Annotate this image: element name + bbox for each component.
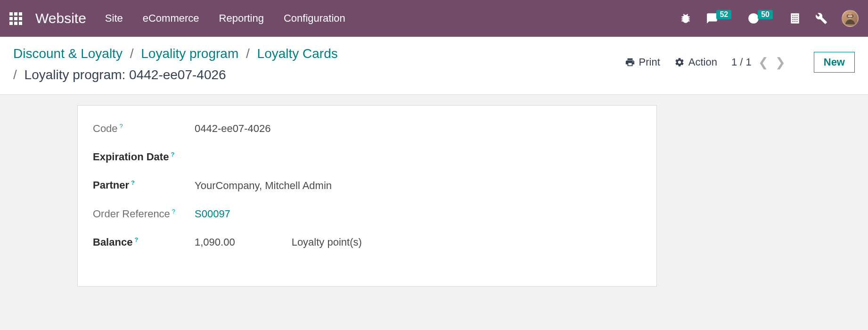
field-unit-balance: Loyalty point(s) [292,236,362,248]
nav-menu: Site eCommerce Reporting Configuration [105,12,345,25]
print-button[interactable]: Print [625,56,660,68]
company-icon[interactable] [789,12,801,25]
field-label-order-ref: Order Reference? [93,208,195,220]
gear-icon [674,57,685,67]
field-label-balance: Balance? [93,236,195,248]
user-avatar[interactable] [842,10,859,27]
navbar: Website Site eCommerce Reporting Configu… [0,0,868,37]
help-icon[interactable]: ? [172,208,175,215]
app-brand[interactable]: Website [35,10,86,26]
pager-text[interactable]: 1 / 1 [731,56,752,68]
form-sheet: Code? 0442-ee07-4026 Expiration Date? Pa… [77,105,657,287]
nav-menu-ecommerce[interactable]: eCommerce [143,12,199,25]
nav-menu-configuration[interactable]: Configuration [284,12,345,25]
nav-icons: 52 50 [680,10,859,27]
breadcrumb-sep: / [13,67,17,82]
field-row-partner: Partner? YourCompany, Mitchell Admin [93,179,641,191]
activities-badge: 50 [758,10,773,19]
field-row-code: Code? 0442-ee07-4026 [93,123,641,135]
breadcrumb-item-1[interactable]: Loyality program [141,46,238,61]
tools-icon[interactable] [815,12,827,25]
pager: 1 / 1 ❮ ❯ [731,55,786,70]
breadcrumb: Discount & Loyalty / Loyality program / … [13,43,338,86]
activities-icon[interactable]: 50 [747,12,775,25]
help-icon[interactable]: ? [134,236,138,243]
help-icon[interactable]: ? [120,123,123,130]
breadcrumb-sep: / [130,46,134,61]
breadcrumb-current: Loyality program: 0442-ee07-4026 [25,67,226,82]
nav-menu-reporting[interactable]: Reporting [219,12,264,25]
field-value-order-ref[interactable]: S00097 [195,208,230,220]
apps-icon[interactable] [9,12,22,25]
breadcrumb-item-2[interactable]: Loyalty Cards [257,46,338,61]
field-row-order-ref: Order Reference? S00097 [93,208,641,220]
control-panel: Discount & Loyalty / Loyality program / … [0,37,868,95]
help-icon[interactable]: ? [171,151,174,158]
help-icon[interactable]: ? [131,179,135,186]
field-row-expiration: Expiration Date? [93,151,641,163]
field-label-code: Code? [93,123,195,135]
breadcrumb-sep: / [246,46,250,61]
main-content: Code? 0442-ee07-4026 Expiration Date? Pa… [0,95,868,330]
pager-next-icon[interactable]: ❯ [775,55,786,70]
print-label: Print [639,56,660,68]
nav-menu-site[interactable]: Site [105,12,123,25]
breadcrumb-item-0[interactable]: Discount & Loyalty [13,46,123,61]
messages-icon[interactable]: 52 [706,12,733,25]
field-value-partner[interactable]: YourCompany, Mitchell Admin [195,180,332,192]
debug-icon[interactable] [680,12,692,25]
new-button[interactable]: New [814,52,855,73]
print-icon [625,57,635,67]
field-label-partner: Partner? [93,179,195,191]
field-value-balance[interactable]: 1,090.00 [195,236,235,248]
action-button[interactable]: Action [674,56,717,68]
action-label: Action [688,56,717,68]
field-row-balance: Balance? 1,090.00 Loyalty point(s) [93,236,641,248]
svg-point-0 [848,14,852,18]
pager-prev-icon[interactable]: ❮ [758,55,769,70]
messages-badge: 52 [716,10,731,19]
field-label-expiration: Expiration Date? [93,151,195,163]
field-value-code[interactable]: 0442-ee07-4026 [195,123,270,135]
control-panel-right: Print Action 1 / 1 ❮ ❯ New [625,43,855,73]
